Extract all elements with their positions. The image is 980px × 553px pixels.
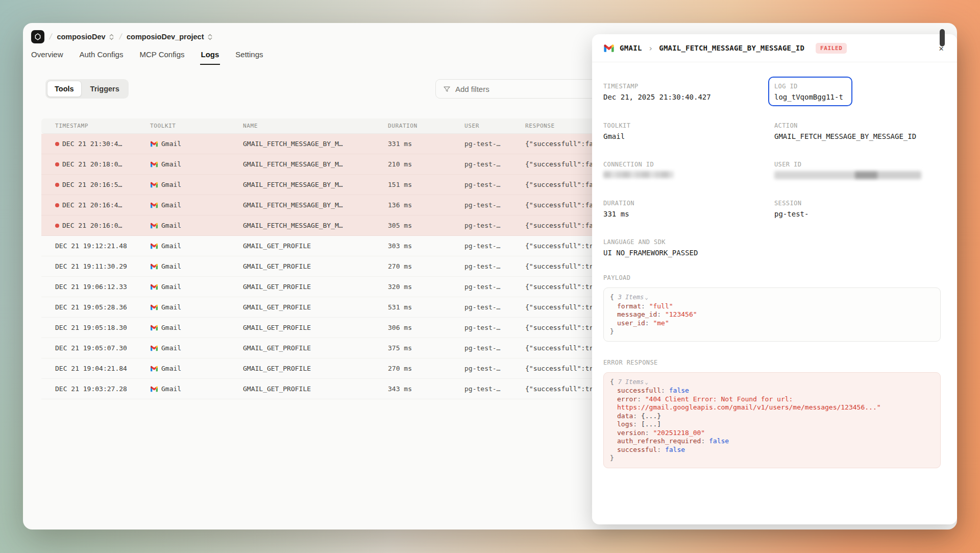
cell-name: GMAIL_FETCH_MESSAGE_BY_M…: [243, 222, 388, 229]
collapse-icon[interactable]: ⌄: [645, 294, 648, 301]
breadcrumb-project[interactable]: composioDev_project: [127, 33, 213, 41]
json-entry: successful: false: [610, 446, 934, 454]
json-entry: data: {...}: [610, 412, 934, 421]
field-value: UI NO_FRAMEWORK_PASSED: [603, 249, 941, 257]
cell-name: GMAIL_FETCH_MESSAGE_BY_M…: [243, 160, 388, 168]
tab-logs[interactable]: Logs: [200, 50, 220, 65]
toggle-triggers[interactable]: Triggers: [83, 81, 127, 97]
cell-toolkit: Gmail: [150, 365, 243, 372]
cell-duration: 270 ms: [388, 365, 464, 372]
cell-user: pg-test-…: [464, 160, 525, 168]
project-switcher-icon[interactable]: [207, 33, 213, 41]
field-duration: DURATION 331 ms: [603, 200, 774, 218]
cell-timestamp: DEC 21 19:03:27.28: [55, 385, 150, 393]
items-count-badge: 3 Items: [618, 294, 644, 301]
payload-label: PAYLOAD: [603, 274, 941, 281]
chevron-right-icon: ›: [648, 43, 653, 53]
field-toolkit: TOOLKIT Gmail: [603, 122, 774, 140]
cell-toolkit: Gmail: [150, 160, 243, 168]
gmail-icon: [603, 44, 615, 53]
json-entry: user_id: "me": [610, 319, 934, 328]
cell-toolkit: Gmail: [150, 385, 243, 393]
org-name: composioDev: [57, 33, 105, 41]
cell-name: GMAIL_GET_PROFILE: [243, 283, 388, 291]
composio-logo-glyph: [34, 33, 42, 41]
cell-duration: 320 ms: [388, 283, 464, 291]
org-switcher-icon[interactable]: [109, 33, 114, 41]
cell-toolkit: Gmail: [150, 344, 243, 352]
gmail-icon: [150, 243, 158, 249]
breadcrumb-separator: /: [48, 32, 53, 41]
field-label: TIMESTAMP: [603, 83, 774, 90]
tab-settings[interactable]: Settings: [234, 50, 264, 65]
json-entry: auth_refresh_required: false: [610, 437, 934, 446]
cell-user: pg-test-…: [464, 365, 525, 372]
error-dot-icon: [55, 162, 59, 166]
cell-toolkit: Gmail: [150, 303, 243, 311]
field-label: LOG ID: [774, 83, 843, 90]
panel-action-name: GMAIL_FETCH_MESSAGE_BY_MESSAGE_ID: [659, 44, 804, 52]
field-value: Dec 21, 2025 21:30:40.427: [603, 93, 774, 101]
cell-user: pg-test-…: [464, 242, 525, 250]
panel-body: TIMESTAMP Dec 21, 2025 21:30:40.427 LOG …: [592, 62, 957, 478]
cell-timestamp: DEC 21 20:16:0…: [55, 222, 150, 229]
cell-duration: 343 ms: [388, 385, 464, 393]
tab-auth-configs[interactable]: Auth Configs: [79, 50, 125, 65]
error-dot-icon: [55, 142, 59, 146]
column-header-toolkit: TOOLKIT: [150, 123, 243, 129]
field-label: ACTION: [774, 122, 941, 129]
cell-duration: 136 ms: [388, 201, 464, 209]
cell-timestamp: DEC 21 19:05:28.36: [55, 303, 150, 311]
cell-toolkit: Gmail: [150, 262, 243, 270]
topbar: / composioDev / composioDev_project: [31, 28, 213, 46]
gmail-icon: [150, 325, 158, 331]
cell-user: pg-test-…: [464, 344, 525, 352]
status-badge-failed: FAILED: [816, 43, 847, 54]
json-entry: version: "20251218_00": [610, 429, 934, 438]
field-label: CONNECTION ID: [603, 161, 774, 168]
breadcrumb-org[interactable]: composioDev: [57, 33, 114, 41]
log-id-highlight-ring: [768, 77, 852, 106]
field-value: GMAIL_FETCH_MESSAGE_BY_MESSAGE_ID: [774, 132, 941, 140]
gmail-icon: [150, 141, 158, 147]
cell-timestamp: DEC 21 20:16:5…: [55, 181, 150, 188]
cell-toolkit: Gmail: [150, 140, 243, 148]
cell-timestamp: DEC 21 20:16:4…: [55, 201, 150, 209]
cell-name: GMAIL_GET_PROFILE: [243, 303, 388, 311]
error-response-json-viewer: { 7 Items⌄successfull: falseerror: "404 …: [603, 372, 941, 468]
breadcrumb-separator: /: [118, 32, 122, 41]
filter-funnel-icon: [443, 85, 451, 93]
toggle-tools[interactable]: Tools: [47, 81, 82, 97]
scrollbar-thumb[interactable]: [940, 29, 945, 46]
cell-user: pg-test-…: [464, 324, 525, 331]
log-detail-panel: GMAIL › GMAIL_FETCH_MESSAGE_BY_MESSAGE_I…: [592, 34, 957, 524]
field-user-id: USER ID: [774, 161, 941, 179]
field-language-sdk: LANGUAGE AND SDK UI NO_FRAMEWORK_PASSED: [603, 238, 941, 257]
cell-toolkit: Gmail: [150, 181, 243, 188]
field-value: 331 ms: [603, 210, 774, 218]
field-log-id: LOG ID log_tVqomBgg11-t: [774, 83, 941, 102]
json-entry: error: "404 Client Error: Not Found for …: [610, 395, 934, 412]
redacted-user-id: [774, 171, 921, 179]
field-value: Gmail: [603, 132, 774, 140]
cell-user: pg-test-…: [464, 283, 525, 291]
add-filters-label: Add filters: [455, 85, 489, 93]
field-label: USER ID: [774, 161, 941, 168]
tab-mcp-configs[interactable]: MCP Configs: [138, 50, 185, 65]
cell-name: GMAIL_GET_PROFILE: [243, 242, 388, 250]
cell-name: GMAIL_GET_PROFILE: [243, 365, 388, 372]
cell-user: pg-test-…: [464, 385, 525, 393]
cell-timestamp: DEC 21 19:11:30.29: [55, 262, 150, 270]
project-name: composioDev_project: [127, 33, 204, 41]
gmail-icon: [150, 284, 158, 290]
column-header-user: USER: [464, 123, 525, 129]
collapse-icon[interactable]: ⌄: [645, 379, 648, 386]
tab-overview[interactable]: Overview: [30, 50, 64, 65]
cell-user: pg-test-…: [464, 222, 525, 229]
cell-timestamp: DEC 21 19:06:12.33: [55, 283, 150, 291]
cell-name: GMAIL_GET_PROFILE: [243, 262, 388, 270]
tools-triggers-toggle: Tools Triggers: [45, 79, 129, 99]
composio-logo[interactable]: [31, 30, 44, 43]
gmail-icon: [150, 202, 158, 208]
field-timestamp: TIMESTAMP Dec 21, 2025 21:30:40.427: [603, 83, 774, 102]
